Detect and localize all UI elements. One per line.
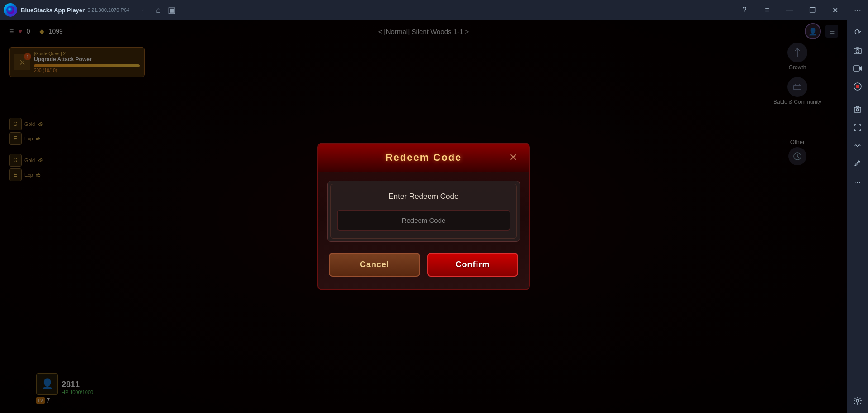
svg-point-2 <box>856 50 859 53</box>
svg-point-7 <box>856 109 859 111</box>
video-icon[interactable] <box>849 60 866 77</box>
svg-point-8 <box>856 399 859 402</box>
screenshot-icon[interactable] <box>849 101 866 118</box>
resize-icon[interactable] <box>849 119 866 136</box>
multi-button[interactable]: ▣ <box>168 5 176 15</box>
rotate-icon[interactable]: ⟳ <box>849 24 866 41</box>
redeem-header: Redeem Code ✕ <box>318 144 529 172</box>
titlebar: BlueStacks App Player 5.21.300.1070 P64 … <box>0 0 868 20</box>
redeem-buttons: Cancel Confirm <box>327 251 520 280</box>
more-dots-icon[interactable]: ··· <box>849 173 866 191</box>
shake-icon[interactable] <box>849 137 866 154</box>
redeem-title: Redeem Code <box>341 152 506 163</box>
bluestacks-logo <box>4 3 17 17</box>
settings-icon[interactable] <box>849 392 866 409</box>
redeem-code-input[interactable] <box>337 210 510 231</box>
svg-rect-6 <box>854 107 861 112</box>
game-background: ≡ ♥ 0 ◆ 1099 < [Normal] Silent Woods 1-1… <box>0 20 847 413</box>
app-name: BlueStacks App Player <box>21 7 85 14</box>
close-button[interactable]: ✕ <box>825 0 845 20</box>
svg-point-0 <box>6 6 14 14</box>
restore-button[interactable]: ❐ <box>802 0 823 20</box>
camera-icon[interactable] <box>849 42 866 59</box>
redeem-dialog: Redeem Code ✕ Enter Redeem Code Cancel C… <box>317 143 530 290</box>
svg-point-5 <box>856 85 859 88</box>
menu-button[interactable]: ≡ <box>757 0 777 20</box>
svg-rect-3 <box>854 66 859 71</box>
titlebar-nav: ← ⌂ ▣ <box>140 5 176 15</box>
minimize-button[interactable]: — <box>779 0 800 20</box>
right-sidebar: ⟳ <box>847 20 868 413</box>
back-button[interactable]: ← <box>140 5 148 15</box>
help-button[interactable]: ? <box>734 0 755 20</box>
more-button[interactable]: ⋯ <box>847 0 868 20</box>
cancel-button[interactable]: Cancel <box>329 253 420 277</box>
window-controls: ? ≡ — ❐ ✕ ⋯ <box>734 0 868 20</box>
home-button[interactable]: ⌂ <box>156 5 161 15</box>
redeem-input-label: Enter Redeem Code <box>337 192 510 201</box>
sidebar-divider-1 <box>851 98 864 98</box>
redeem-close-button[interactable]: ✕ <box>506 151 520 164</box>
app-version: 5.21.300.1070 P64 <box>87 7 129 13</box>
record-icon[interactable] <box>849 78 866 95</box>
redeem-input-area: Enter Redeem Code <box>327 181 520 242</box>
edit-icon[interactable] <box>849 155 866 173</box>
redeem-body: Enter Redeem Code Cancel Confirm <box>318 172 529 289</box>
confirm-button[interactable]: Confirm <box>427 253 518 277</box>
